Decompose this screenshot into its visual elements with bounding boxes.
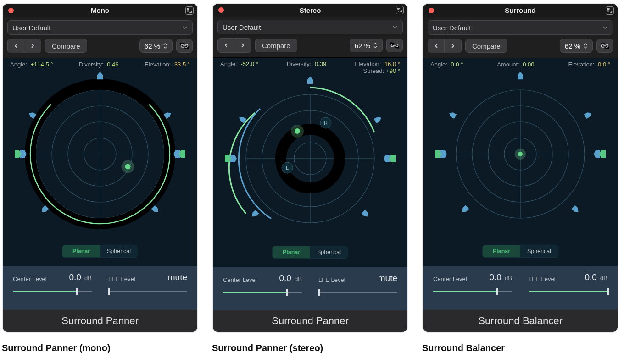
lfe-level-value: 0.0 dB bbox=[585, 272, 607, 282]
center-level-label: Center Level bbox=[223, 276, 257, 283]
diversity-readout[interactable]: Diversity: 0.39 bbox=[287, 61, 326, 67]
panner-window-1: Stereo User Default Compare bbox=[212, 3, 408, 333]
toolbar: User Default Compare 62 % bbox=[213, 17, 407, 58]
projection-mode: Planar Spherical bbox=[423, 240, 618, 266]
center-level-slider[interactable]: Center Level 0.0 dB bbox=[13, 272, 92, 306]
slider-thumb[interactable] bbox=[286, 289, 288, 296]
window-title: Stereo bbox=[213, 6, 407, 14]
zoom-stepper[interactable]: 62 % bbox=[350, 39, 383, 52]
angle-readout[interactable]: Angle: +114.5 ° bbox=[10, 61, 53, 68]
slider-thumb[interactable] bbox=[76, 288, 78, 295]
titlebar[interactable]: Surround bbox=[423, 4, 618, 17]
elevation-readout[interactable]: Elevation: 0.0 ° bbox=[568, 61, 610, 68]
prev-preset-button[interactable] bbox=[8, 39, 24, 53]
slider-thumb[interactable] bbox=[108, 288, 110, 295]
spherical-button[interactable]: Spherical bbox=[310, 246, 348, 258]
center-level-slider[interactable]: Center Level 0.0 dB bbox=[433, 272, 512, 306]
toolbar: User Default Compare 62 % bbox=[423, 17, 618, 58]
lfe-level-value: mute bbox=[168, 272, 187, 282]
svg-point-20 bbox=[295, 128, 300, 134]
center-level-value: 0.0 dB bbox=[279, 273, 302, 283]
angle-readout[interactable]: Angle: 0.0 ° bbox=[430, 61, 463, 68]
spherical-button[interactable]: Spherical bbox=[100, 245, 138, 257]
readouts: Angle: -52.0 ° Diversity: 0.39 Elevation… bbox=[213, 58, 407, 67]
chevron-down-icon bbox=[602, 24, 608, 32]
link-button[interactable] bbox=[596, 39, 613, 53]
compare-button[interactable]: Compare bbox=[45, 39, 87, 53]
link-icon bbox=[601, 43, 609, 49]
readouts: Angle: 0.0 ° Amount: 0.00 Elevation: 0.0… bbox=[423, 58, 618, 68]
caption: Surround Balancer bbox=[422, 343, 618, 353]
slider-thumb[interactable] bbox=[607, 288, 609, 295]
planar-button[interactable]: Planar bbox=[273, 246, 310, 258]
next-preset-button[interactable] bbox=[24, 39, 41, 53]
chevron-down-icon bbox=[182, 24, 188, 32]
center-level-label: Center Level bbox=[13, 276, 47, 282]
link-icon bbox=[390, 42, 399, 49]
center-level-slider[interactable]: Center Level 0.0 dB bbox=[223, 273, 302, 307]
angle-readout[interactable]: Angle: -52.0 ° bbox=[220, 61, 258, 67]
pan-field[interactable]: L R bbox=[223, 76, 397, 241]
next-preset-button[interactable] bbox=[234, 39, 251, 52]
elevation-readout[interactable]: Elevation: 16.0 ° bbox=[355, 61, 400, 67]
stepper-icon bbox=[163, 43, 167, 49]
center-level-value: 0.0 dB bbox=[69, 272, 92, 282]
plugin-name: Surround Panner bbox=[3, 310, 197, 332]
titlebar[interactable]: Mono bbox=[3, 4, 197, 17]
titlebar[interactable]: Stereo bbox=[213, 4, 407, 17]
zoom-stepper[interactable]: 62 % bbox=[139, 39, 173, 53]
amount-readout[interactable]: Amount: 0.00 bbox=[497, 61, 534, 68]
caption: Surround Panner (stereo) bbox=[212, 343, 408, 353]
projection-mode: Planar Spherical bbox=[3, 240, 197, 266]
lfe-level-value: mute bbox=[378, 273, 397, 283]
slider-thumb[interactable] bbox=[496, 288, 498, 295]
readouts: Angle: +114.5 ° Diversity: 0.46 Elevatio… bbox=[3, 58, 197, 68]
plugin-name: Surround Balancer bbox=[423, 310, 618, 332]
preset-nav bbox=[217, 38, 251, 53]
planar-button[interactable]: Planar bbox=[62, 245, 100, 257]
chevron-down-icon bbox=[392, 23, 398, 31]
planar-button[interactable]: Planar bbox=[483, 245, 520, 257]
zoom-stepper[interactable]: 62 % bbox=[560, 39, 593, 53]
compare-button[interactable]: Compare bbox=[255, 39, 297, 52]
toolbar: User Default Compare 62 % bbox=[3, 17, 197, 58]
svg-text:R: R bbox=[324, 120, 328, 126]
stepper-icon bbox=[583, 43, 588, 49]
elevation-readout[interactable]: Elevation: 33.5 ° bbox=[145, 61, 190, 68]
compare-button[interactable]: Compare bbox=[465, 39, 507, 53]
preset-select[interactable]: User Default bbox=[217, 20, 403, 34]
svg-point-9 bbox=[125, 164, 131, 170]
slider-thumb[interactable] bbox=[318, 289, 320, 296]
center-level-value: 0.0 dB bbox=[489, 272, 512, 282]
stepper-icon bbox=[373, 42, 378, 49]
window-title: Mono bbox=[3, 6, 197, 14]
panner-window-0: Mono User Default Compare bbox=[2, 3, 198, 333]
lfe-level-label: LFE Level bbox=[318, 276, 345, 283]
plugin-name: Surround Panner bbox=[213, 310, 407, 332]
svg-point-28 bbox=[518, 152, 523, 156]
svg-text:L: L bbox=[286, 165, 289, 171]
projection-mode: Planar Spherical bbox=[213, 241, 407, 267]
lfe-level-label: LFE Level bbox=[108, 276, 135, 282]
spread-readout: Spread: +90 ° bbox=[213, 67, 407, 76]
link-icon bbox=[180, 43, 189, 49]
center-level-label: Center Level bbox=[433, 276, 467, 282]
link-button[interactable] bbox=[386, 39, 403, 52]
next-preset-button[interactable] bbox=[445, 39, 461, 53]
lfe-level-label: LFE Level bbox=[529, 276, 556, 282]
lfe-level-slider[interactable]: LFE Level mute bbox=[108, 272, 187, 306]
pan-field[interactable] bbox=[433, 72, 607, 237]
window-title: Surround bbox=[423, 6, 618, 14]
preset-select[interactable]: User Default bbox=[7, 20, 193, 35]
lfe-level-slider[interactable]: LFE Level 0.0 dB bbox=[529, 272, 607, 306]
pan-field[interactable] bbox=[13, 72, 187, 237]
caption: Surround Panner (mono) bbox=[2, 343, 198, 353]
lfe-level-slider[interactable]: LFE Level mute bbox=[318, 273, 397, 307]
preset-nav bbox=[7, 39, 41, 53]
link-button[interactable] bbox=[176, 39, 193, 53]
prev-preset-button[interactable] bbox=[218, 39, 234, 52]
preset-select[interactable]: User Default bbox=[428, 20, 613, 35]
prev-preset-button[interactable] bbox=[428, 39, 445, 53]
diversity-readout[interactable]: Diversity: 0.46 bbox=[79, 61, 118, 68]
spherical-button[interactable]: Spherical bbox=[520, 245, 558, 257]
